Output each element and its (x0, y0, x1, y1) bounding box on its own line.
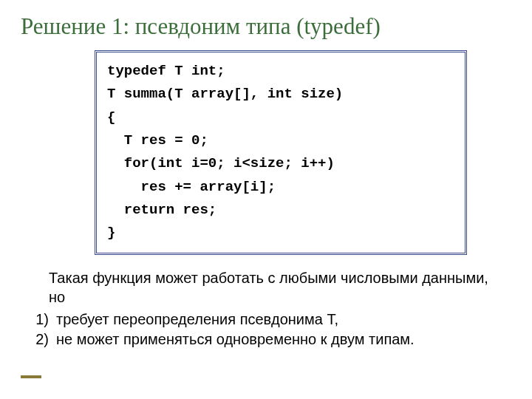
code-line: for(int i=0; i<size; i++) (107, 152, 454, 175)
list-number: 2) (27, 330, 56, 349)
code-line: return res; (107, 199, 454, 222)
code-line: typedef T int; (107, 60, 454, 83)
code-line: T summa(T array[], int size) (107, 83, 454, 106)
code-line: T res = 0; (107, 129, 454, 152)
list-item: 2) не может применяться одновременно к д… (27, 330, 497, 349)
numbered-list: 1) требует переопределения псевдонима T,… (27, 310, 497, 349)
list-text: требует переопределения псевдонима T, (56, 310, 338, 330)
code-line: res += array[i]; (107, 176, 454, 199)
code-line: } (107, 222, 454, 245)
accent-bar (21, 375, 41, 378)
code-line: { (107, 106, 454, 129)
slide-title: Решение 1: псевдоним типа (typedef) (21, 13, 511, 40)
list-text: не может применяться одновременно к двум… (56, 330, 415, 349)
list-number: 1) (27, 310, 56, 330)
list-item: 1) требует переопределения псевдонима T, (27, 310, 497, 330)
code-block: typedef T int; T summa(T array[], int si… (95, 50, 467, 255)
body-paragraph: Такая функция может работать с любыми чи… (49, 268, 497, 307)
